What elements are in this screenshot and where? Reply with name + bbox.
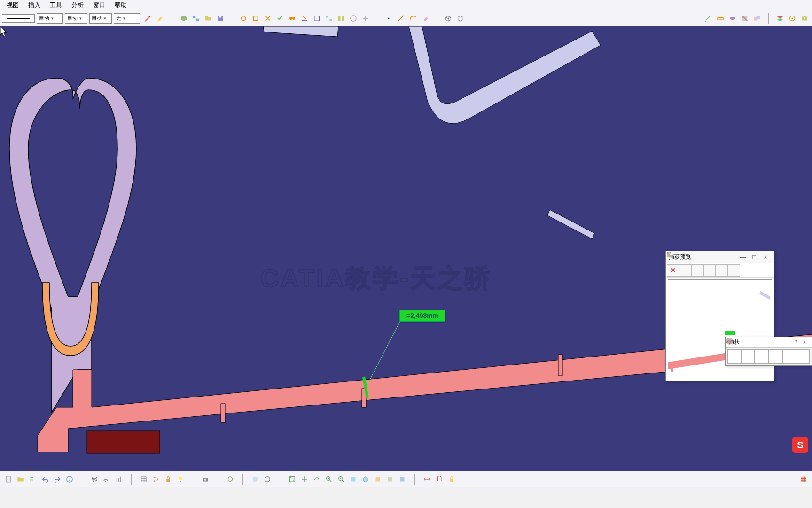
- cap-save-icon[interactable]: [679, 264, 691, 277]
- cap-mode-pointer-icon[interactable]: [741, 349, 755, 364]
- menu-bar: 视图 插入 工具 分析 窗口 帮助: [0, 0, 812, 10]
- bb-view3-icon[interactable]: [397, 474, 408, 485]
- svg-point-55: [204, 478, 207, 481]
- bb-light-icon[interactable]: [175, 474, 186, 485]
- brush-icon[interactable]: [142, 13, 153, 24]
- constraint-icon-11[interactable]: [360, 13, 371, 24]
- cap-copy-icon[interactable]: [703, 264, 716, 277]
- capture-mgr-icon[interactable]: [799, 13, 810, 24]
- viewport-3d[interactable]: CATIA教学-天之骄 =2,498mm 捕获预览 — □ × ✕: [0, 26, 812, 476]
- sketch-point-icon[interactable]: [383, 13, 394, 24]
- capture-palette[interactable]: 捕获 ? ×: [725, 337, 812, 366]
- menu-insert[interactable]: 插入: [23, 0, 45, 10]
- menu-tools[interactable]: 工具: [45, 0, 67, 10]
- line-style-sample[interactable]: [2, 14, 35, 23]
- layer-combo[interactable]: 无: [114, 13, 140, 24]
- menu-view[interactable]: 视图: [2, 0, 23, 10]
- bb-view1-icon[interactable]: [372, 474, 383, 485]
- measure-item-icon[interactable]: [715, 13, 726, 24]
- bb-lock2-icon[interactable]: [446, 474, 457, 485]
- bb-iso-icon[interactable]: [360, 474, 371, 485]
- line-width-combo[interactable]: 自动: [37, 13, 63, 24]
- bb-xyz-icon[interactable]: xyz: [101, 474, 112, 485]
- constraint-icon-5[interactable]: [287, 13, 298, 24]
- cap-album-icon[interactable]: [716, 264, 728, 277]
- cap-print-icon[interactable]: [691, 264, 703, 277]
- cap-mode-window-icon[interactable]: [755, 349, 768, 364]
- svg-rect-1: [196, 18, 199, 21]
- bb-undo-icon[interactable]: [39, 474, 51, 485]
- point-style-combo[interactable]: 自动: [89, 13, 112, 24]
- cap-close-icon[interactable]: ✕: [667, 264, 679, 277]
- constraint-icon-1[interactable]: [238, 13, 249, 24]
- sep: [242, 474, 243, 485]
- bb-zoomout-icon[interactable]: [336, 474, 347, 485]
- constraint-icon-9[interactable]: [336, 13, 347, 24]
- bb-help-icon[interactable]: ?: [64, 474, 75, 485]
- measure-label[interactable]: =2,498mm: [399, 310, 445, 322]
- capture-preview-titlebar[interactable]: 捕获预览 — □ ×: [666, 251, 774, 263]
- clash-icon[interactable]: [751, 13, 763, 24]
- capture-palette-close[interactable]: ×: [800, 339, 809, 346]
- bb-wireframe-icon[interactable]: [262, 474, 273, 485]
- bb-snap-icon[interactable]: [434, 474, 445, 485]
- maximize-button[interactable]: □: [749, 254, 760, 261]
- view-mgr-icon[interactable]: [787, 13, 798, 24]
- assembly-icon[interactable]: [190, 13, 202, 24]
- constraint-icon-10[interactable]: [348, 13, 359, 24]
- bb-fit-icon[interactable]: [287, 474, 298, 485]
- iso-box-icon[interactable]: [443, 13, 454, 24]
- bb-chart-icon[interactable]: [113, 474, 125, 485]
- bb-sphere-icon[interactable]: [250, 474, 261, 485]
- highlight-icon[interactable]: [155, 13, 166, 24]
- cap-mode-active-icon[interactable]: [796, 349, 810, 364]
- sketch-arc-icon[interactable]: [407, 13, 419, 24]
- bb-view2-icon[interactable]: [384, 474, 396, 485]
- menu-help[interactable]: 帮助: [110, 0, 132, 10]
- svg-rect-33: [671, 362, 673, 372]
- bb-pan-icon[interactable]: [299, 474, 310, 485]
- constraint-icon-2[interactable]: [250, 13, 261, 24]
- menu-window[interactable]: 窗口: [88, 0, 110, 10]
- open-icon[interactable]: [203, 13, 214, 24]
- constraint-icon-6[interactable]: [299, 13, 310, 24]
- bb-tree-icon[interactable]: [27, 474, 39, 485]
- constraint-icon-8[interactable]: [323, 13, 335, 24]
- svg-point-3: [242, 16, 246, 20]
- measure-inertia-icon[interactable]: [727, 13, 738, 24]
- bb-tree2-icon[interactable]: [150, 474, 162, 485]
- capture-palette-help[interactable]: ?: [792, 339, 800, 346]
- bb-refresh-icon[interactable]: [225, 474, 236, 485]
- cap-mode-region-icon[interactable]: [769, 349, 782, 364]
- cap-mode-screen-icon[interactable]: [782, 349, 796, 364]
- menu-analysis[interactable]: 分析: [67, 0, 88, 10]
- bb-redo-icon[interactable]: [52, 474, 63, 485]
- constraint-icon-7[interactable]: [311, 13, 322, 24]
- bb-folder-icon[interactable]: [15, 474, 26, 485]
- cap-edit-icon[interactable]: [728, 264, 740, 277]
- bb-rotate-icon[interactable]: [311, 474, 322, 485]
- layer-mgr-icon[interactable]: [774, 13, 786, 24]
- constraint-icon-4[interactable]: [274, 13, 286, 24]
- minimize-button[interactable]: —: [737, 254, 749, 261]
- part-icon[interactable]: [178, 13, 189, 24]
- bb-zoomin-icon[interactable]: [323, 474, 335, 485]
- close-button[interactable]: ×: [760, 254, 771, 261]
- line-type-combo[interactable]: 自动: [65, 13, 87, 24]
- sketch-line-icon[interactable]: [395, 13, 406, 24]
- bb-camera-icon[interactable]: [200, 474, 211, 485]
- bb-fx-icon[interactable]: f(x): [89, 474, 100, 485]
- bb-lock-icon[interactable]: [163, 474, 174, 485]
- cap-mode-simple-icon[interactable]: [727, 349, 741, 364]
- bb-dim-icon[interactable]: [422, 474, 433, 485]
- erase-icon[interactable]: [420, 13, 431, 24]
- constraint-icon-3[interactable]: [262, 13, 273, 24]
- bb-grid-icon[interactable]: [138, 474, 149, 485]
- bb-grid-toggle-icon[interactable]: [798, 474, 809, 485]
- bb-normal-icon[interactable]: [348, 474, 359, 485]
- bb-doc-icon[interactable]: [3, 474, 14, 485]
- save-icon[interactable]: [215, 13, 226, 24]
- section-icon[interactable]: [739, 13, 750, 24]
- iso-wire-icon[interactable]: [455, 13, 466, 24]
- measure-dist-icon[interactable]: [703, 13, 714, 24]
